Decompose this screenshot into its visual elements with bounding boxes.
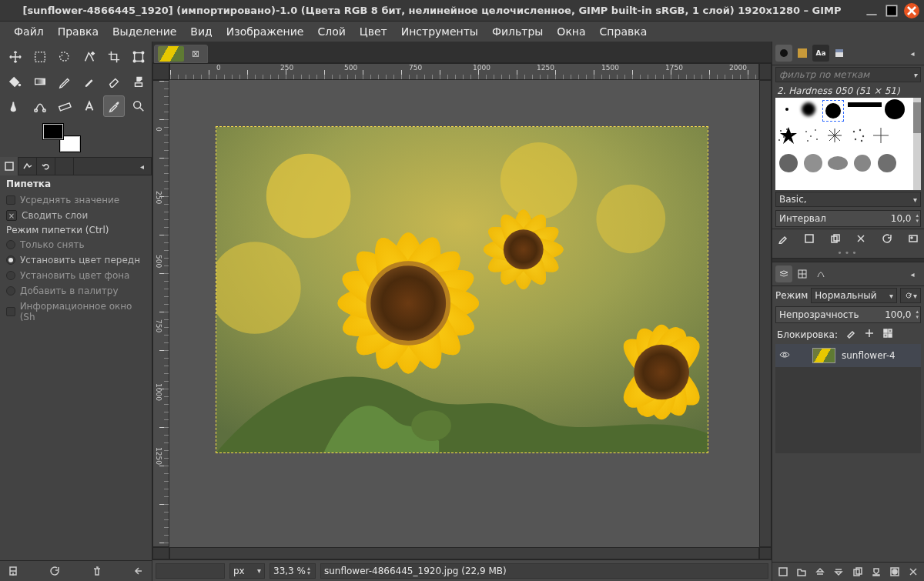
tool-gradient[interactable]: [29, 71, 51, 92]
zoom-field[interactable]: 33,3 %▴▾: [270, 563, 316, 579]
raise-layer-icon[interactable]: [814, 566, 826, 578]
layer-mode-select[interactable]: Нормальный▾: [811, 288, 897, 303]
tool-text[interactable]: [79, 95, 100, 117]
edit-brush-icon[interactable]: [777, 232, 789, 245]
option-sample-merged[interactable]: ×Сводить слои: [0, 208, 152, 223]
dock-menu-icon[interactable]: ◂: [904, 45, 921, 62]
window-minimize[interactable]: [864, 3, 879, 18]
window-maximize[interactable]: [884, 3, 899, 18]
menu-layer[interactable]: Слой: [311, 23, 351, 40]
mode-add-palette[interactable]: Добавить в палитру: [0, 283, 152, 299]
menu-select[interactable]: Выделение: [106, 23, 182, 40]
tool-measure[interactable]: [54, 95, 75, 117]
tool-free-select[interactable]: [54, 46, 75, 68]
tab-document-history[interactable]: [831, 45, 848, 62]
refresh-brushes-icon[interactable]: [881, 232, 893, 245]
delete-brush-icon[interactable]: [855, 232, 867, 245]
reset-options-icon[interactable]: [132, 564, 146, 578]
layer-opacity[interactable]: Непрозрачность 100,0 ▴▾: [775, 306, 921, 323]
tab-brushes[interactable]: [775, 45, 792, 62]
save-options-icon[interactable]: [6, 564, 20, 578]
image-tab[interactable]: ⊠: [154, 45, 208, 63]
tool-crop[interactable]: [103, 46, 125, 68]
menu-color[interactable]: Цвет: [353, 23, 393, 40]
ruler-corner[interactable]: [152, 63, 169, 80]
tool-zoom[interactable]: [128, 95, 149, 117]
menu-view[interactable]: Вид: [184, 23, 218, 40]
brush-preset-selector[interactable]: Basic,▾: [775, 192, 921, 207]
menu-help[interactable]: Справка: [594, 23, 654, 40]
tool-brush[interactable]: [79, 71, 100, 92]
tool-rect-select[interactable]: [29, 46, 51, 68]
new-group-icon[interactable]: [795, 566, 808, 578]
menu-image[interactable]: Изображение: [220, 23, 310, 40]
tab-fonts[interactable]: Aa: [812, 45, 829, 62]
menu-file[interactable]: Файл: [8, 23, 50, 40]
tab-undo-history[interactable]: [37, 157, 55, 175]
tool-clone[interactable]: [128, 71, 149, 92]
scrollbar-horizontal[interactable]: [169, 547, 759, 559]
brush-spacing[interactable]: Интервал 10,0 ▴▾: [775, 210, 921, 227]
menu-filters[interactable]: Фильтры: [486, 23, 549, 40]
open-as-image-icon[interactable]: [907, 232, 919, 245]
mode-pick-only[interactable]: Только снять: [0, 237, 152, 252]
tool-smudge[interactable]: [5, 95, 26, 117]
layer-row[interactable]: sunflower-4: [775, 344, 921, 367]
nav-corner[interactable]: [759, 547, 772, 559]
duplicate-brush-icon[interactable]: [829, 232, 842, 245]
layer-name[interactable]: sunflower-4: [842, 350, 896, 361]
mask-layer-icon[interactable]: [889, 566, 901, 578]
tool-bucket[interactable]: [5, 71, 26, 92]
tab-channels[interactable]: [794, 265, 811, 282]
layer-visibility-icon[interactable]: [778, 349, 791, 363]
option-info-window[interactable]: Информационное окно (Sh: [0, 299, 152, 325]
delete-options-icon[interactable]: [90, 564, 104, 578]
brush-tag-filter[interactable]: фильтр по меткам▾: [775, 67, 921, 82]
quickmask-corner[interactable]: [152, 547, 169, 559]
unit-selector[interactable]: px▾: [229, 563, 265, 579]
new-layer-icon[interactable]: [777, 566, 789, 578]
lock-position-icon[interactable]: [864, 328, 875, 341]
tab-layers[interactable]: [775, 265, 792, 282]
lock-alpha-icon[interactable]: [882, 328, 893, 341]
tab-patterns[interactable]: [794, 45, 811, 62]
tool-color-picker[interactable]: [103, 95, 125, 117]
brush-scroll[interactable]: [913, 98, 921, 190]
duplicate-layer-icon[interactable]: [852, 566, 864, 578]
tab-close-icon[interactable]: ⊠: [187, 48, 204, 59]
tool-move[interactable]: [5, 46, 26, 68]
tab-images[interactable]: [55, 157, 74, 175]
new-brush-icon[interactable]: [803, 232, 815, 245]
merge-down-icon[interactable]: [870, 566, 882, 578]
tab-device-status[interactable]: [18, 157, 37, 175]
menu-windows[interactable]: Окна: [551, 23, 591, 40]
tool-pencil[interactable]: [54, 71, 75, 92]
layer-mode-switch[interactable]: ▾: [900, 288, 921, 303]
tool-eraser[interactable]: [103, 71, 125, 92]
tool-transform[interactable]: [128, 46, 149, 68]
tab-tool-options[interactable]: [0, 157, 18, 175]
restore-options-icon[interactable]: [48, 564, 62, 578]
ruler-horizontal[interactable]: 0 250 500 750 1000 1250 1500 1750 2000: [169, 63, 759, 80]
layer-list[interactable]: sunflower-4: [775, 344, 921, 453]
lower-layer-icon[interactable]: [832, 566, 845, 578]
menu-edit[interactable]: Правка: [52, 23, 105, 40]
layers-dock-menu-icon[interactable]: ◂: [904, 265, 921, 282]
option-average[interactable]: Усреднять значение: [0, 192, 152, 208]
menu-tools[interactable]: Инструменты: [395, 23, 484, 40]
scrollbar-vertical[interactable]: [759, 80, 772, 547]
tab-menu-icon[interactable]: ◂: [133, 157, 152, 175]
zoom-toggle-corner[interactable]: [759, 63, 772, 80]
mode-set-background[interactable]: Установить цвет фона: [0, 268, 152, 283]
canvas[interactable]: [169, 80, 759, 547]
window-close[interactable]: [904, 3, 919, 18]
tab-paths[interactable]: [812, 265, 829, 282]
dock-separator[interactable]: •••: [772, 248, 924, 258]
tool-path[interactable]: [29, 95, 51, 117]
lock-pixels-icon[interactable]: [845, 328, 856, 341]
brush-grid[interactable]: [775, 98, 921, 190]
tool-fuzzy-select[interactable]: [79, 46, 100, 68]
color-swatches[interactable]: [0, 122, 152, 157]
mode-set-foreground[interactable]: Установить цвет передн: [0, 252, 152, 268]
fg-color[interactable]: [42, 123, 64, 140]
